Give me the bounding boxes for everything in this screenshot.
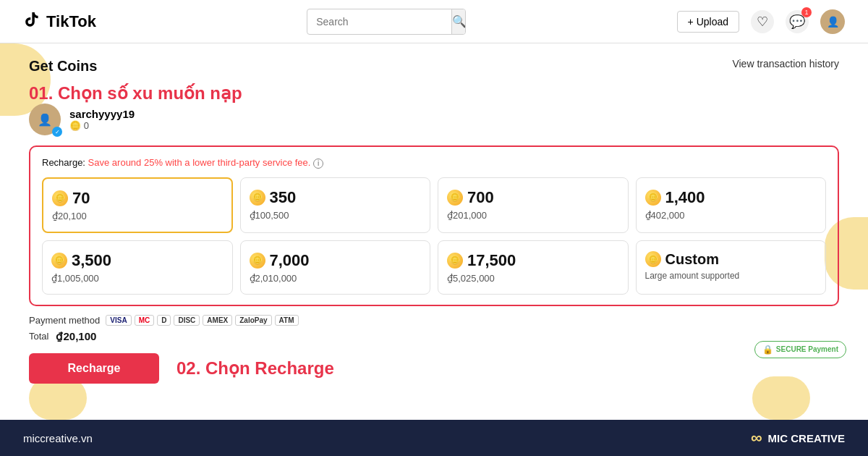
username: sarchyyyy19 bbox=[69, 108, 135, 120]
coin-grid: 🪙 70 ₫20,100 🪙 350 ₫100,500 bbox=[42, 177, 826, 295]
coin-amount-3500: 🪙 3,500 bbox=[51, 251, 111, 270]
coin-price-350: ₫100,500 bbox=[250, 210, 289, 221]
user-coins: 🪙 0 bbox=[69, 120, 135, 131]
coin-card-7000[interactable]: 🪙 7,000 ₫2,010,000 bbox=[240, 240, 431, 295]
coin-amount-350: 🪙 350 bbox=[250, 188, 297, 207]
info-icon[interactable]: i bbox=[313, 159, 323, 169]
coin-price-1400: ₫402,000 bbox=[645, 210, 685, 221]
mic-creative-icon: ∞ bbox=[751, 428, 762, 447]
total-row: Total ₫20,100 bbox=[29, 330, 839, 343]
upload-button[interactable]: + Upload bbox=[677, 11, 739, 33]
payment-method-row: Payment method VISA MC D DISC AMEX ZaloP… bbox=[29, 315, 839, 326]
nav-center: 🔍 bbox=[307, 9, 466, 35]
total-amount: ₫20,100 bbox=[56, 330, 96, 343]
coin-price-7000: ₫2,010,000 bbox=[250, 273, 297, 284]
search-bar: 🔍 bbox=[307, 9, 466, 35]
coin-price-custom: Large amount supported bbox=[645, 271, 740, 281]
page-title: Get Coins bbox=[29, 58, 97, 75]
payment-icons: VISA MC D DISC AMEX ZaloPay ATM bbox=[106, 315, 298, 326]
secure-payment-badge: 🔒 SECURE Payment bbox=[754, 341, 846, 358]
main-content: Get Coins View transaction history 01. C… bbox=[0, 43, 868, 398]
coin-icon: 🪙 bbox=[447, 253, 463, 269]
zalopay-icon: ZaloPay bbox=[235, 315, 271, 326]
coin-card-custom[interactable]: 🪙 Custom Large amount supported bbox=[636, 240, 827, 295]
coin-icon-small: 🪙 bbox=[69, 120, 81, 131]
amex-icon: AMEX bbox=[203, 315, 232, 326]
search-button[interactable]: 🔍 bbox=[451, 9, 466, 35]
user-avatar-nav[interactable]: 👤 bbox=[820, 9, 845, 34]
messages-icon[interactable]: 💬 1 bbox=[786, 10, 809, 33]
coin-card-3500[interactable]: 🪙 3,500 ₫1,005,000 bbox=[42, 240, 233, 295]
recharge-header: Recharge: Save around 25% with a lower t… bbox=[42, 157, 826, 169]
view-history-link[interactable]: View transaction history bbox=[732, 58, 839, 69]
action-row: Recharge 02. Chọn Recharge bbox=[29, 353, 839, 384]
total-label: Total bbox=[29, 331, 48, 342]
recharge-section: Recharge: Save around 25% with a lower t… bbox=[29, 145, 839, 306]
coin-icon: 🪙 bbox=[250, 253, 265, 269]
coin-icon: 🪙 bbox=[51, 253, 67, 269]
coin-price-17500: ₫5,025,000 bbox=[447, 273, 495, 284]
coin-price-700: ₫201,000 bbox=[447, 210, 487, 221]
step2-label: 02. Chọn Recharge bbox=[176, 358, 334, 379]
user-details: sarchyyyy19 🪙 0 bbox=[69, 108, 135, 131]
nav-right: + Upload ♡ 💬 1 👤 bbox=[677, 9, 845, 34]
atm-icon: ATM bbox=[275, 315, 299, 326]
tiktok-brand-text: TikTok bbox=[46, 12, 96, 31]
notification-icon[interactable]: ♡ bbox=[751, 10, 774, 33]
verified-icon: ✓ bbox=[52, 127, 62, 137]
wishlist-icon: ♡ bbox=[757, 14, 768, 30]
footer-brand-name: MIC CREATIVE bbox=[768, 432, 845, 444]
recharge-button[interactable]: Recharge bbox=[29, 353, 159, 384]
search-input[interactable] bbox=[307, 16, 451, 28]
coin-amount-1400: 🪙 1,400 bbox=[645, 188, 705, 207]
visa-icon: VISA bbox=[106, 315, 131, 326]
coin-price-3500: ₫1,005,000 bbox=[51, 273, 99, 284]
navbar: TikTok 🔍 + Upload ♡ 💬 1 👤 bbox=[0, 0, 868, 43]
coin-card-350[interactable]: 🪙 350 ₫100,500 bbox=[240, 177, 431, 233]
coin-amount-custom: 🪙 Custom bbox=[645, 251, 719, 268]
diners-icon: D bbox=[157, 315, 171, 326]
tiktok-logo-icon bbox=[23, 11, 41, 33]
footer: miccreative.vn ∞ MIC CREATIVE bbox=[0, 420, 868, 456]
footer-logo: ∞ MIC CREATIVE bbox=[751, 428, 845, 447]
coin-amount-7000: 🪙 7,000 bbox=[250, 251, 310, 270]
coin-icon: 🪙 bbox=[447, 190, 463, 206]
coin-price-70: ₫20,100 bbox=[52, 211, 87, 221]
coin-icon: 🪙 bbox=[52, 190, 68, 206]
payment-label: Payment method bbox=[29, 315, 100, 326]
coin-icon: 🪙 bbox=[645, 251, 661, 267]
page-header: Get Coins View transaction history bbox=[29, 58, 839, 75]
coin-amount-17500: 🪙 17,500 bbox=[447, 251, 516, 270]
notification-badge: 1 bbox=[801, 7, 812, 17]
coin-amount-70: 🪙 70 bbox=[52, 189, 90, 208]
step1-label: 01. Chọn số xu muốn nạp bbox=[29, 83, 242, 104]
coin-card-70[interactable]: 🪙 70 ₫20,100 bbox=[42, 177, 233, 233]
footer-domain: miccreative.vn bbox=[23, 432, 93, 444]
coin-card-1400[interactable]: 🪙 1,400 ₫402,000 bbox=[636, 177, 827, 233]
lock-icon: 🔒 bbox=[762, 345, 773, 355]
user-info-row: 👤 ✓ sarchyyyy19 🪙 0 bbox=[29, 104, 839, 135]
mastercard-icon: MC bbox=[135, 315, 155, 326]
coin-amount-700: 🪙 700 bbox=[447, 188, 494, 207]
nav-left: TikTok bbox=[23, 11, 96, 33]
coin-card-700[interactable]: 🪙 700 ₫201,000 bbox=[438, 177, 629, 233]
coin-icon: 🪙 bbox=[250, 190, 265, 206]
discover-icon: DISC bbox=[174, 315, 200, 326]
user-avatar: 👤 ✓ bbox=[29, 104, 61, 135]
coin-icon: 🪙 bbox=[645, 190, 661, 206]
coin-card-17500[interactable]: 🪙 17,500 ₫5,025,000 bbox=[438, 240, 629, 295]
